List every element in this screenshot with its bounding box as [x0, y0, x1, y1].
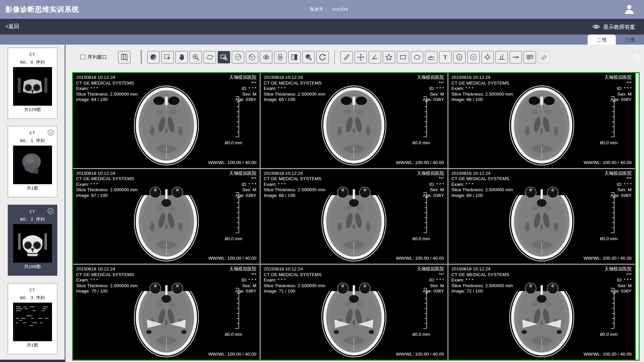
sidebar-bottom-scrollbar[interactable]	[0, 360, 65, 362]
flip-vertical-button[interactable]	[274, 51, 286, 63]
text-label-icon: T	[441, 53, 449, 61]
eraser-icon	[540, 53, 548, 61]
series-card-0[interactable]: CTNO. 0 序列共129图	[8, 48, 57, 119]
sex-label: Sex: M	[417, 187, 444, 193]
viewer-cell-1[interactable]: 20150618 10:12:24CT GE MEDICAL SYSTEMSEx…	[261, 73, 447, 168]
series-card-2[interactable]: CTNO. 2 序列共100图	[8, 205, 57, 276]
layout-select-button[interactable]	[118, 51, 130, 63]
draw-rect-button[interactable]	[397, 51, 409, 63]
viewer-cell-3[interactable]: 20150618 10:12:24CT GE MEDICAL SYSTEMSEx…	[73, 169, 260, 264]
back-button[interactable]: <返回	[5, 23, 19, 30]
study-datetime: 20150618 10:12:24	[264, 266, 325, 272]
draw-ellipse-button[interactable]	[411, 51, 423, 63]
series-card-3[interactable]: CTNO. 3 序列共1图	[8, 283, 57, 354]
device-label: CT GE MEDICAL SYSTEMS	[451, 176, 513, 182]
series-image-count: 共129图	[8, 107, 57, 113]
series-window-checkbox[interactable]	[80, 55, 85, 59]
rotate-cw-90-button[interactable]: 90°	[246, 51, 258, 63]
viewer-cell-5[interactable]: 20150618 10:12:24CT GE MEDICAL SYSTEMSEx…	[448, 169, 635, 264]
comment-icon	[526, 53, 534, 61]
invert-icon	[290, 53, 299, 61]
device-label: CT GE MEDICAL SYSTEMS	[264, 272, 325, 278]
series-card-1[interactable]: CTNO. 1 序列共1图	[8, 126, 57, 197]
device-label: CT GE MEDICAL SYSTEMS	[76, 176, 138, 182]
draw-star-button[interactable]	[383, 51, 395, 63]
main-mark-button[interactable]: 主	[453, 51, 466, 63]
masked-label: ***	[417, 272, 444, 278]
windowing-button[interactable]	[147, 51, 160, 63]
masked-label: ***	[229, 176, 256, 182]
study-datetime: 20150618 10:12:24	[451, 171, 513, 176]
hospital-label: 天堰模拟医院	[417, 171, 444, 176]
histogram-button[interactable]	[495, 51, 508, 63]
measure-line-button[interactable]	[340, 51, 353, 63]
svg-text:90°: 90°	[250, 56, 254, 59]
device-label: CT GE MEDICAL SYSTEMS	[451, 81, 513, 86]
device-label: CT GE MEDICAL SYSTEMS	[264, 176, 325, 182]
exam-label: Exam: * * *	[264, 182, 325, 188]
viewer-scrollbar[interactable]	[635, 73, 639, 360]
draw-ellipse-icon	[413, 53, 421, 61]
ct-slice-image	[503, 274, 581, 360]
rotate-ccw-90-button[interactable]: 90°	[232, 51, 244, 63]
add-text-button[interactable]: T	[439, 51, 451, 63]
invert-button[interactable]	[288, 51, 301, 63]
rotate-button[interactable]	[204, 51, 216, 63]
show-teacher-answer-button[interactable]: 显示教师答案	[592, 22, 635, 32]
measure-cross-button[interactable]	[355, 51, 367, 63]
device-label: CT GE MEDICAL SYSTEMS	[76, 272, 138, 278]
image-number-label: Image: 66 / 100	[451, 97, 513, 103]
svg-text:T: T	[443, 54, 447, 60]
viewer-cell-0[interactable]: 20150618 10:12:24CT GE MEDICAL SYSTEMSEx…	[73, 73, 260, 168]
tab-2d[interactable]: 二维	[588, 35, 616, 45]
viewer-cell-4[interactable]: 20150618 10:12:24CT GE MEDICAL SYSTEMSEx…	[261, 169, 447, 264]
ct-slice-image	[503, 82, 581, 168]
user-avatar-icon[interactable]	[623, 3, 635, 15]
exam-label: Exam: * * *	[76, 182, 138, 188]
window-level-button[interactable]	[302, 51, 315, 63]
check-circle-icon	[47, 207, 54, 215]
measure-angle-button[interactable]	[369, 51, 381, 63]
arrow-button[interactable]	[509, 51, 522, 63]
rotate-free-icon	[206, 53, 214, 61]
profile-curve-button[interactable]	[425, 51, 437, 63]
window-width-level-label: WW/WL: 100.00 / 40.00	[584, 256, 632, 261]
scale-ruler	[234, 95, 239, 140]
device-label: CT GE MEDICAL SYSTEMS	[76, 81, 138, 86]
viewer-cell-6[interactable]: 20150618 10:12:24CT GE MEDICAL SYSTEMSEx…	[73, 265, 260, 360]
scale-length-label: 80.0 mm	[600, 140, 618, 145]
scale-ruler	[422, 191, 427, 236]
age-label: Age: 036Y	[604, 289, 632, 294]
viewer-cell-8[interactable]: 20150618 10:12:24CT GE MEDICAL SYSTEMSEx…	[448, 265, 635, 360]
region-zoom-button[interactable]	[218, 51, 230, 63]
reset-button[interactable]	[316, 51, 329, 63]
scale-ruler	[609, 95, 615, 140]
series-name: NO. 3 序列	[8, 295, 57, 301]
comment-button[interactable]	[524, 51, 536, 63]
measure-line-icon	[342, 53, 351, 61]
collapse-toolbar-button[interactable]	[631, 51, 643, 64]
flip-horizontal-button[interactable]	[260, 51, 272, 63]
tab-3d[interactable]: 三维	[616, 35, 644, 45]
exam-label: Exam: * * *	[264, 86, 325, 92]
sex-label: Sex: M	[604, 283, 632, 289]
study-datetime: 20150618 10:12:24	[76, 75, 138, 81]
sub-navbar: <返回 显示教师答案	[0, 19, 644, 35]
viewer-cell-7[interactable]: 20150618 10:12:24CT GE MEDICAL SYSTEMSEx…	[261, 265, 447, 360]
center-mark-icon	[483, 53, 492, 61]
eraser-button[interactable]	[538, 51, 550, 63]
viewer-cell-2[interactable]: 20150618 10:12:24CT GE MEDICAL SYSTEMSEx…	[448, 73, 635, 168]
pan-button[interactable]	[175, 51, 188, 63]
slice-thickness-label: Slice Thickness: 2.500000 mm	[264, 283, 325, 289]
patient-id-label: ID: * * *	[229, 182, 256, 188]
secondary-mark-button[interactable]: 次	[467, 51, 480, 63]
series-window-toggle[interactable]: 序列窗口	[80, 54, 107, 60]
scale-length-label: 80.0 mm	[600, 332, 618, 337]
hospital-label: 天堰模拟医院	[604, 171, 632, 176]
rect-select-button[interactable]	[161, 51, 174, 63]
center-mark-button[interactable]	[481, 51, 494, 63]
cell-overlay-top-left: 20150618 10:12:24CT GE MEDICAL SYSTEMSEx…	[451, 75, 513, 103]
zoom-in-button[interactable]	[190, 51, 202, 63]
series-image-count: 共100图	[8, 264, 57, 270]
scale-ruler	[422, 287, 427, 331]
